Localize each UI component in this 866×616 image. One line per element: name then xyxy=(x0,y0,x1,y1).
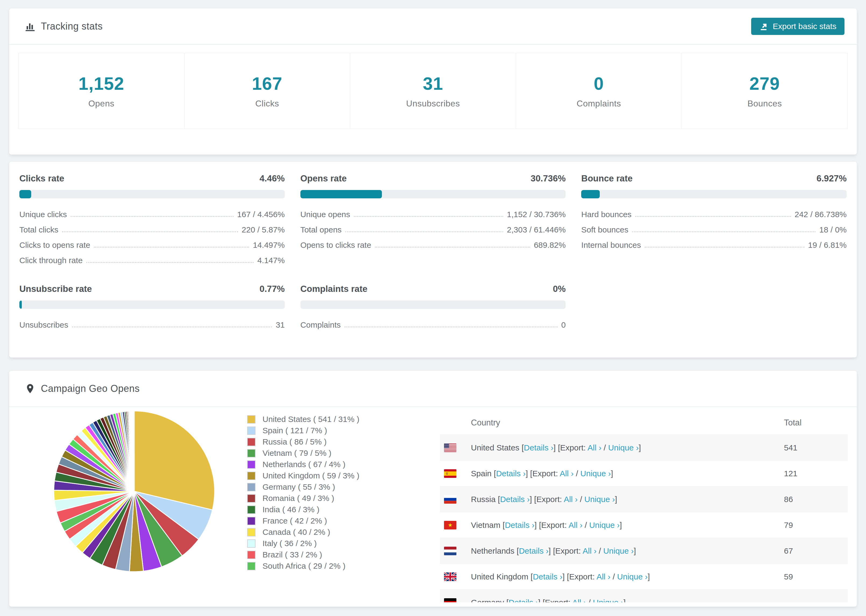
export-all-link[interactable]: All › xyxy=(583,546,597,555)
export-unique-link[interactable]: Unique › xyxy=(593,598,624,603)
details-link[interactable]: Details › xyxy=(533,572,562,581)
table-row-de: Germany [Details ›] [Export: All › / Uni… xyxy=(440,589,848,602)
legend-item: United Kingdom ( 59 / 3% ) xyxy=(247,470,359,481)
legend-item: Netherlands ( 67 / 4% ) xyxy=(247,459,359,470)
unsubscribe-rate-title: Unsubscribe rate xyxy=(19,284,92,294)
stat-box-bounces: 279 Bounces xyxy=(682,53,847,129)
country-cell-text: Spain [Details ›] [Export: All › / Uniqu… xyxy=(471,469,613,478)
page-title: Tracking stats xyxy=(41,21,103,32)
bounce-rate-bar xyxy=(581,190,847,198)
unsubscribe-rate-bar xyxy=(19,300,285,309)
rate-block-clicks: Clicks rate 4.46% Unique clicks167 / 4.4… xyxy=(19,173,285,268)
legend-label: Spain ( 121 / 7% ) xyxy=(263,426,327,435)
flag-ru-icon xyxy=(444,495,457,504)
legend-swatch xyxy=(247,528,255,536)
legend-item: Germany ( 55 / 3% ) xyxy=(247,481,359,493)
legend-swatch xyxy=(247,460,255,469)
table-row-gb: United Kingdom [Details ›] [Export: All … xyxy=(440,564,848,589)
table-row-ru: Russia [Details ›] [Export: All › / Uniq… xyxy=(440,486,848,512)
map-pin-icon xyxy=(25,383,36,394)
legend-swatch xyxy=(247,494,255,503)
geo-title: Campaign Geo Opens xyxy=(41,383,140,394)
export-unique-link[interactable]: Unique › xyxy=(608,443,638,452)
bounce-rate-title: Bounce rate xyxy=(581,173,633,184)
export-all-link[interactable]: All › xyxy=(560,469,574,478)
rate-block-unsubscribe: Unsubscribe rate 0.77% Unsubscribes31 xyxy=(19,284,285,333)
export-all-link[interactable]: All › xyxy=(587,443,601,452)
table-row-vn: Vietnam [Details ›] [Export: All › / Uni… xyxy=(440,512,848,538)
legend-swatch xyxy=(247,562,255,570)
country-cell-text: Vietnam [Details ›] [Export: All › / Uni… xyxy=(471,520,622,530)
export-unique-link[interactable]: Unique › xyxy=(584,495,615,504)
opens-count: 1,152 xyxy=(79,73,124,94)
export-all-link[interactable]: All › xyxy=(597,572,611,581)
legend-label: Romania ( 49 / 3% ) xyxy=(263,494,334,503)
stat-box-opens: 1,152 Opens xyxy=(19,53,184,129)
legend-item: France ( 42 / 2% ) xyxy=(247,515,359,526)
bounces-label: Bounces xyxy=(747,99,782,108)
rate-detail-row: Soft bounces18 / 0% xyxy=(581,222,847,237)
opens-rate-title: Opens rate xyxy=(301,173,347,184)
details-link[interactable]: Details › xyxy=(524,443,553,452)
clicks-rate-bar xyxy=(19,190,285,198)
complaints-label: Complaints xyxy=(576,99,621,108)
legend-label: Germany ( 55 / 3% ) xyxy=(263,482,335,492)
legend-label: France ( 42 / 2% ) xyxy=(263,516,327,525)
rate-detail-row: Unique opens1,152 / 30.736% xyxy=(301,207,566,222)
unsubscribes-label: Unsubscribes xyxy=(406,99,460,108)
geo-table-header: Country Total xyxy=(440,411,848,435)
flag-gb-icon xyxy=(444,572,457,581)
rate-detail-row: Total opens2,303 / 61.446% xyxy=(301,222,566,237)
export-icon xyxy=(759,22,768,31)
export-unique-link[interactable]: Unique › xyxy=(603,546,634,555)
legend-label: South Africa ( 29 / 2% ) xyxy=(263,561,345,570)
export-all-link[interactable]: All › xyxy=(568,520,583,530)
tracking-stats-header: Tracking stats Export basic stats xyxy=(9,8,857,45)
total-cell: 79 xyxy=(784,520,844,530)
legend-label: India ( 46 / 3% ) xyxy=(263,505,320,514)
country-column-header: Country xyxy=(444,418,784,427)
legend-label: Italy ( 36 / 2% ) xyxy=(263,539,317,548)
rate-block-complaints: Complaints rate 0% Complaints0 xyxy=(301,284,566,333)
country-cell-text: Germany [Details ›] [Export: All › / Uni… xyxy=(471,598,625,603)
rate-detail-row: Opens to clicks rate689.82% xyxy=(301,237,566,253)
clicks-rate-value: 4.46% xyxy=(260,173,285,184)
total-cell: 121 xyxy=(784,469,844,478)
legend-swatch xyxy=(247,438,255,446)
legend-swatch xyxy=(247,483,255,491)
complaints-rate-bar xyxy=(301,300,566,309)
details-link[interactable]: Details › xyxy=(500,495,529,504)
legend-label: Canada ( 40 / 2% ) xyxy=(263,528,330,537)
export-unique-link[interactable]: Unique › xyxy=(617,572,648,581)
rate-detail-row: Click through rate4.147% xyxy=(19,253,285,268)
total-cell: 59 xyxy=(784,572,844,581)
country-cell-text: Netherlands [Details ›] [Export: All › /… xyxy=(471,546,636,556)
legend-swatch xyxy=(247,506,255,514)
export-basic-stats-button[interactable]: Export basic stats xyxy=(751,18,844,35)
details-link[interactable]: Details › xyxy=(519,546,548,555)
rates-card: Clicks rate 4.46% Unique clicks167 / 4.4… xyxy=(9,161,857,358)
geo-table: Country Total United States [Details ›] … xyxy=(440,411,848,602)
clicks-rate-title: Clicks rate xyxy=(19,173,64,184)
details-link[interactable]: Details › xyxy=(509,598,538,603)
bar-chart-icon xyxy=(25,21,36,32)
export-all-link[interactable]: All › xyxy=(564,495,578,504)
legend-item: India ( 46 / 3% ) xyxy=(247,504,359,515)
export-unique-link[interactable]: Unique › xyxy=(589,520,620,530)
country-cell-text: Russia [Details ›] [Export: All › / Uniq… xyxy=(471,495,617,504)
rate-detail-row: Complaints0 xyxy=(301,317,566,333)
details-link[interactable]: Details › xyxy=(496,469,526,478)
legend-item: Brazil ( 33 / 2% ) xyxy=(247,549,359,560)
export-unique-link[interactable]: Unique › xyxy=(580,469,611,478)
stat-box-unsubscribes: 31 Unsubscribes xyxy=(350,53,516,129)
legend-label: Vietnam ( 79 / 5% ) xyxy=(263,449,331,458)
complaints-rate-value: 0% xyxy=(553,284,566,294)
unsubscribes-count: 31 xyxy=(423,73,443,94)
geo-header: Campaign Geo Opens xyxy=(9,371,857,407)
legend-swatch xyxy=(247,539,255,548)
export-all-link[interactable]: All › xyxy=(572,598,586,603)
rate-block-opens: Opens rate 30.736% Unique opens1,152 / 3… xyxy=(301,173,566,268)
details-link[interactable]: Details › xyxy=(505,520,534,530)
table-row-es: Spain [Details ›] [Export: All › / Uniqu… xyxy=(440,460,848,486)
stats-strip: 1,152 Opens 167 Clicks 31 Unsubscribes 0… xyxy=(18,53,848,129)
